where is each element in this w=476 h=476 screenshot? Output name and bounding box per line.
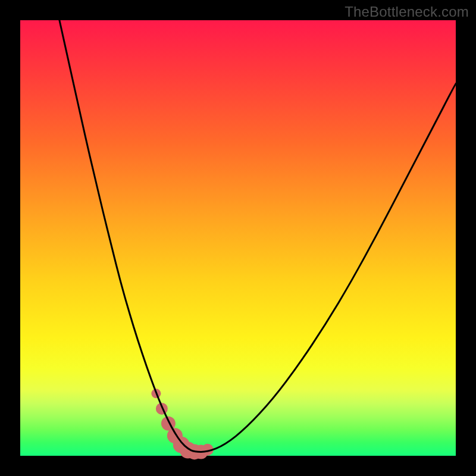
watermark-text: TheBottleneck.com bbox=[345, 4, 469, 20]
bottleneck-curve-svg bbox=[20, 20, 456, 456]
marker-group bbox=[151, 389, 213, 459]
plot-area bbox=[20, 20, 456, 456]
chart-frame: TheBottleneck.com bbox=[0, 0, 476, 476]
bottleneck-curve bbox=[60, 20, 456, 452]
